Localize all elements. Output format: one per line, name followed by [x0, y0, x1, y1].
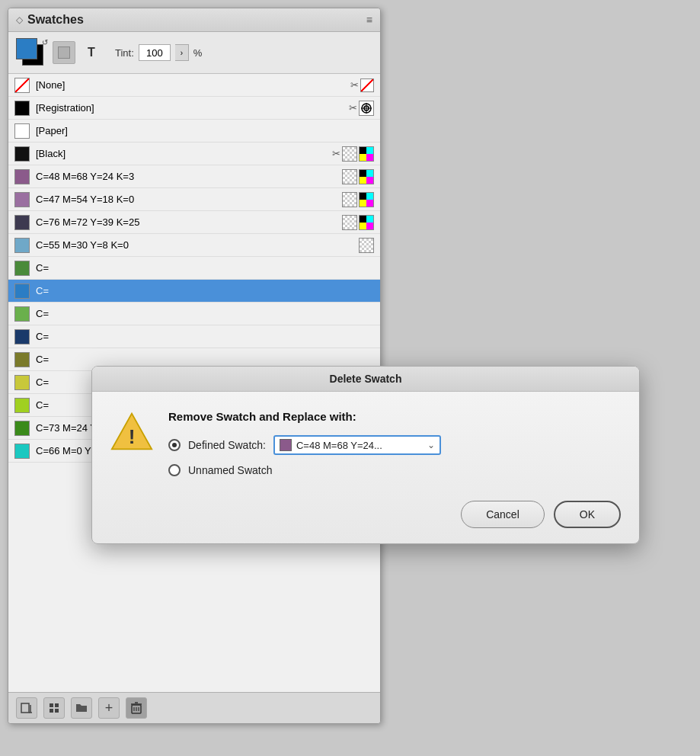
load-icon	[21, 702, 33, 714]
swatch-color-c76	[14, 215, 30, 230]
color-swatch-stack[interactable]: ↺	[16, 38, 48, 67]
c76-cmyk-preview	[359, 215, 374, 230]
swatch-name-cblue: C=	[36, 285, 374, 296]
svg-rect-8	[55, 703, 59, 707]
swatch-color-colive	[14, 352, 30, 367]
scissors-icon: ✂	[350, 79, 359, 91]
swatch-color-cblue	[14, 284, 30, 299]
swatch-name-c76: C=76 M=72 Y=39 K=25	[36, 216, 336, 228]
defined-swatch-dropdown[interactable]: C=48 M=68 Y=24... ⌄	[273, 435, 441, 455]
text-tool-button[interactable]: T	[80, 41, 103, 64]
defined-swatch-option[interactable]: Defined Swatch: C=48 M=68 Y=24... ⌄	[168, 435, 618, 455]
swatch-item-none[interactable]: [None] ✂	[8, 74, 380, 97]
c55-checker	[359, 238, 374, 253]
percent-label: %	[193, 47, 203, 59]
swatch-name-cgreen: C=	[36, 262, 374, 274]
swatch-color-cgreen2	[14, 306, 30, 322]
trash-icon	[131, 702, 142, 714]
swatch-name-none: [None]	[36, 79, 344, 91]
delete-swatch-button[interactable]	[126, 697, 147, 719]
c48-checker	[342, 169, 357, 184]
new-color-group-button[interactable]	[71, 697, 92, 719]
tint-arrow-button[interactable]: ›	[175, 44, 189, 61]
swatch-color-c55	[14, 238, 30, 253]
unnamed-swatch-option[interactable]: Unnamed Swatch	[168, 464, 618, 476]
fill-tool-button[interactable]	[53, 41, 75, 64]
swatch-color-c48	[14, 169, 30, 184]
tint-input[interactable]	[139, 44, 171, 61]
color-tools-row: ↺ T Tint: › %	[8, 32, 380, 74]
swatch-color-registration	[14, 101, 30, 116]
dropdown-arrow-icon: ⌄	[427, 440, 435, 450]
defined-swatch-radio[interactable]	[168, 439, 181, 451]
swatch-color-none	[14, 78, 30, 93]
swatch-item-c76m72y39k25[interactable]: C=76 M=72 Y=39 K=25	[8, 211, 380, 234]
swatch-color-cgreen	[14, 261, 30, 276]
swatch-color-clime	[14, 398, 30, 413]
cancel-button[interactable]: Cancel	[461, 501, 545, 528]
panel-icon: ◇	[16, 14, 23, 25]
defined-swatch-label: Defined Swatch:	[188, 439, 266, 451]
swatch-name-cgreen2: C=	[36, 308, 374, 319]
dialog-content: Remove Swatch and Replace with: Defined …	[168, 410, 618, 485]
swatch-item-black[interactable]: [Black] ✂	[8, 143, 380, 165]
unnamed-swatch-radio[interactable]	[168, 464, 181, 476]
text-icon: T	[88, 46, 95, 59]
swatch-item-c47m54y18k0[interactable]: C=47 M=54 Y=18 K=0	[8, 188, 380, 211]
svg-rect-7	[50, 703, 53, 707]
scissors-icon-reg: ✂	[349, 102, 357, 114]
ok-button[interactable]: OK	[554, 501, 621, 528]
svg-rect-9	[50, 709, 53, 713]
grid-view-button[interactable]	[43, 697, 65, 719]
swatch-item-registration[interactable]: [Registration] ✂	[8, 97, 380, 120]
folder-icon	[75, 702, 88, 714]
swatch-name-paper: [Paper]	[36, 125, 374, 136]
scissors-icon-black: ✂	[332, 148, 340, 159]
swatch-item-c48m68y24k3[interactable]: C=48 M=68 Y=24 K=3	[8, 165, 380, 188]
registration-checkerboard	[359, 101, 374, 116]
tint-arrow-icon: ›	[181, 49, 183, 57]
none-preview-icon	[360, 78, 374, 92]
c76-checker	[342, 215, 357, 230]
swatch-name-colive: C=	[36, 354, 374, 365]
svg-rect-10	[55, 709, 59, 713]
swatch-name-cdarkblue: C=	[36, 331, 374, 342]
dialog-titlebar: Delete Swatch	[92, 367, 639, 392]
unnamed-swatch-label: Unnamed Swatch	[188, 464, 273, 476]
warning-icon: !	[110, 410, 153, 453]
swatch-name-c55: C=55 M=30 Y=8 K=0	[36, 239, 353, 251]
dialog-buttons: Cancel OK	[92, 501, 639, 543]
panel-titlebar: ◇ Swatches ≡	[8, 8, 380, 32]
swatch-color-cdarkblue	[14, 329, 30, 344]
add-icon: +	[105, 701, 113, 715]
swatch-name-black: [Black]	[36, 148, 326, 159]
swatch-color-black	[14, 146, 30, 162]
swatch-color-cyellow	[14, 375, 30, 390]
black-checker	[342, 146, 357, 162]
c47-cmyk-preview	[359, 192, 374, 207]
dropdown-swatch-text: C=48 M=68 Y=24...	[296, 440, 423, 451]
black-cmyk-preview	[359, 146, 374, 162]
grid-icon	[48, 702, 60, 714]
dialog-main-text: Remove Swatch and Replace with:	[168, 410, 618, 423]
dialog-body: ! Remove Swatch and Replace with: Define…	[92, 392, 639, 501]
swatch-item-c55[interactable]: C=55 M=30 Y=8 K=0	[8, 234, 380, 257]
add-swatch-button[interactable]: +	[98, 697, 120, 719]
swatch-item-cblue[interactable]: C=	[8, 280, 380, 303]
swatch-item-cdarkblue[interactable]: C=	[8, 325, 380, 348]
swatch-item-paper[interactable]: [Paper]	[8, 120, 380, 143]
c48-cmyk-preview	[359, 169, 374, 184]
panel-menu-icon[interactable]: ≡	[366, 14, 372, 26]
swatch-item-cgreen[interactable]: C=	[8, 257, 380, 280]
delete-swatch-dialog: Delete Swatch ! Remove Swatch and Replac…	[91, 366, 640, 544]
swatch-name-registration: [Registration]	[36, 102, 343, 114]
swatch-item-cgreen2[interactable]: C=	[8, 303, 380, 325]
swap-colors-icon[interactable]: ↺	[42, 38, 48, 46]
svg-text:!: !	[129, 425, 136, 448]
dropdown-swatch-preview	[280, 439, 292, 451]
foreground-color-swatch[interactable]	[16, 38, 37, 59]
swatch-name-c47: C=47 M=54 Y=18 K=0	[36, 194, 336, 205]
load-swatches-button[interactable]	[16, 697, 37, 719]
tint-label: Tint:	[115, 47, 134, 59]
dialog-title: Delete Swatch	[330, 373, 402, 385]
